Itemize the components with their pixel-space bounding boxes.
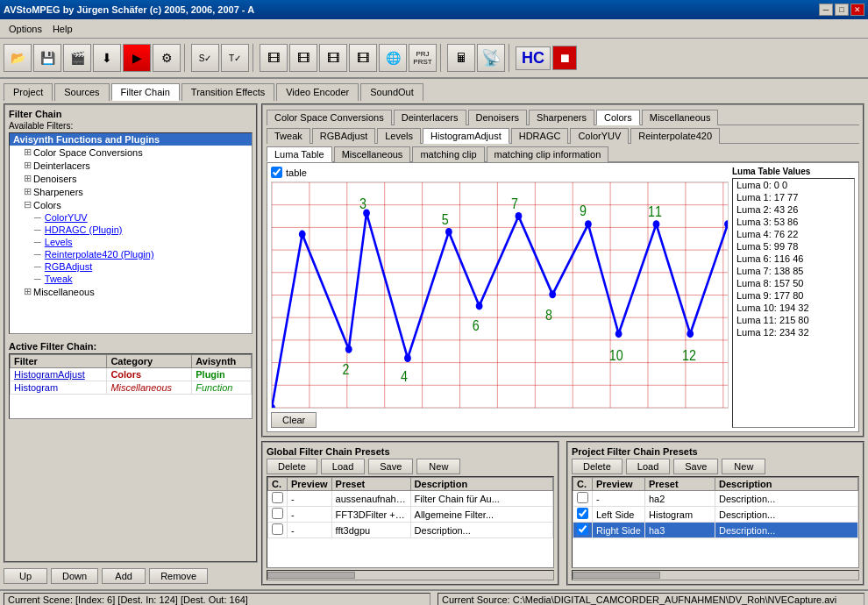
filter-tab-deinterlacers[interactable]: Deinterlacers xyxy=(394,110,466,125)
up-button[interactable]: Up xyxy=(4,568,47,584)
toolbar-btn-preset[interactable]: PRJPRST xyxy=(409,44,437,72)
toolbar-btn-6[interactable]: ⚙ xyxy=(153,44,181,72)
toolbar-btn-hc[interactable]: HC xyxy=(516,46,551,70)
luma-tab-misc[interactable]: Miscellaneous xyxy=(334,146,411,162)
global-load-button[interactable]: Load xyxy=(321,459,365,474)
project-cb-2[interactable] xyxy=(577,508,588,519)
toolbar-btn-film3[interactable]: 🎞 xyxy=(319,44,347,72)
global-hscroll-thumb[interactable] xyxy=(267,572,355,579)
global-new-button[interactable]: New xyxy=(416,459,460,474)
tree-levels[interactable]: ─ Levels xyxy=(10,236,252,248)
luma-val-9[interactable]: Luma 9: 177 80 xyxy=(733,289,854,302)
sub-tab-hdragc[interactable]: HDRAGC xyxy=(511,128,569,144)
tree-link-label[interactable]: RGBAdjust xyxy=(45,261,92,272)
tree-link-label[interactable]: Levels xyxy=(45,237,73,247)
project-save-button[interactable]: Save xyxy=(673,459,718,474)
tree-deinterlacers[interactable]: ⊞ Deinterlacers xyxy=(10,159,252,172)
tree-rgbadjust[interactable]: ─ RGBAdjust xyxy=(10,260,252,273)
filter-tab-misc[interactable]: Miscellaneous xyxy=(642,110,719,125)
project-row-2[interactable]: Left Side Histogram Description... xyxy=(573,507,858,523)
tree-coloryuv[interactable]: ─ ColorYUV xyxy=(10,211,252,224)
luma-values-list[interactable]: Luma 0: 0 0 Luma 1: 17 77 Luma 2: 43 26 … xyxy=(732,178,855,428)
menu-options[interactable]: Options xyxy=(4,22,47,36)
luma-val-1[interactable]: Luma 1: 17 77 xyxy=(733,191,854,203)
close-button[interactable]: ✕ xyxy=(850,4,864,16)
chart-area[interactable]: 2 3 4 5 6 7 8 9 10 11 12 xyxy=(271,182,729,409)
luma-val-12[interactable]: Luma 12: 234 32 xyxy=(733,326,854,338)
remove-button[interactable]: Remove xyxy=(149,568,208,584)
filter-tab-sharpeners[interactable]: Sharpeners xyxy=(529,110,594,125)
project-hscroll-thumb[interactable] xyxy=(573,572,660,579)
project-load-button[interactable]: Load xyxy=(626,459,670,474)
tree-link-label[interactable]: ColorYUV xyxy=(45,212,88,223)
menu-help[interactable]: Help xyxy=(47,22,78,36)
filter-tab-denoisers[interactable]: Denoisers xyxy=(468,110,528,125)
tree-link-label[interactable]: HDRAGC (Plugin) xyxy=(45,224,123,235)
tab-transition[interactable]: Transition Effects xyxy=(181,83,274,101)
project-row-1[interactable]: - ha2 Description... xyxy=(573,491,858,507)
global-delete-button[interactable]: Delete xyxy=(267,459,317,474)
tree-colors[interactable]: ⊟ Colors xyxy=(10,198,252,211)
global-row-3[interactable]: - fft3dgpu Description... xyxy=(268,523,553,538)
tree-link-label[interactable]: Tweak xyxy=(45,274,73,284)
chain-row-1[interactable]: HistogramAdjust Colors Plugin xyxy=(11,368,252,381)
tree-hdragc[interactable]: ─ HDRAGC (Plugin) xyxy=(10,224,252,236)
tree-sharpeners[interactable]: ⊞ Sharpeners xyxy=(10,185,252,198)
tab-filter-chain[interactable]: Filter Chain xyxy=(111,83,180,101)
toolbar-btn-4[interactable]: ⬇ xyxy=(93,44,121,72)
down-button[interactable]: Down xyxy=(51,568,98,584)
tab-sound[interactable]: SoundOut xyxy=(360,83,423,101)
toolbar-btn-1[interactable]: 📂 xyxy=(4,44,32,72)
global-cb-1[interactable] xyxy=(272,492,283,503)
toolbar-btn-film1[interactable]: 🎞 xyxy=(260,44,288,72)
sub-tab-reinterpolate[interactable]: Reinterpolate420 xyxy=(630,128,720,144)
tab-project[interactable]: Project xyxy=(4,83,53,101)
sub-tab-rgbadjust[interactable]: RGBAdjust xyxy=(312,128,375,144)
maximize-button[interactable]: □ xyxy=(835,4,849,16)
project-new-button[interactable]: New xyxy=(722,459,765,474)
tree-miscellaneous[interactable]: ⊞ Miscellaneous xyxy=(10,285,252,298)
sub-tab-tweak[interactable]: Tweak xyxy=(267,128,310,144)
luma-val-8[interactable]: Luma 8: 157 50 xyxy=(733,277,854,289)
global-row-1[interactable]: - aussenaufnahmen Filter Chain für Au... xyxy=(268,491,553,507)
toolbar-btn-tv[interactable]: T✓ xyxy=(221,44,249,72)
toolbar-btn-globe[interactable]: 🌐 xyxy=(379,44,407,72)
sub-tab-coloryuv[interactable]: ColorYUV xyxy=(570,128,629,144)
luma-val-5[interactable]: Luma 5: 99 78 xyxy=(733,240,854,253)
luma-val-0[interactable]: Luma 0: 0 0 xyxy=(733,179,854,191)
project-delete-button[interactable]: Delete xyxy=(572,459,623,474)
toolbar-btn-stop[interactable]: ⏹ xyxy=(552,46,577,70)
luma-val-7[interactable]: Luma 7: 138 85 xyxy=(733,265,854,277)
luma-val-10[interactable]: Luma 10: 194 32 xyxy=(733,302,854,314)
luma-tab-table[interactable]: Luma Table xyxy=(267,146,332,162)
luma-val-2[interactable]: Luma 2: 43 26 xyxy=(733,203,854,216)
global-save-button[interactable]: Save xyxy=(368,459,413,474)
sub-tab-histogramadjust[interactable]: HistogramAdjust xyxy=(423,128,509,144)
sub-tab-levels[interactable]: Levels xyxy=(377,128,421,144)
toolbar-btn-2[interactable]: 💾 xyxy=(33,44,61,72)
global-hscroll[interactable] xyxy=(267,570,554,580)
luma-val-11[interactable]: Luma 11: 215 80 xyxy=(733,314,854,326)
luma-tab-matching[interactable]: matching clip xyxy=(412,146,484,162)
tree-denoisers[interactable]: ⊞ Denoisers xyxy=(10,172,252,185)
minimize-button[interactable]: ─ xyxy=(819,4,833,16)
toolbar-btn-film2[interactable]: 🎞 xyxy=(289,44,317,72)
clear-button[interactable]: Clear xyxy=(271,412,317,428)
tree-color-space[interactable]: ⊞ Color Space Conversions xyxy=(10,146,252,159)
toolbar-btn-calc[interactable]: 🖩 xyxy=(447,44,475,72)
tree-link-label[interactable]: Reinterpolate420 (Plugin) xyxy=(45,249,154,260)
project-cb-3[interactable] xyxy=(577,523,588,535)
tree-root[interactable]: Avisynth Functions and Plugins xyxy=(10,133,252,146)
add-button[interactable]: Add xyxy=(102,568,146,584)
global-row-2[interactable]: - FFT3DFilter + AVS... Allgemeine Filter… xyxy=(268,507,553,523)
filter-tab-colors[interactable]: Colors xyxy=(596,110,640,125)
project-cb-1[interactable] xyxy=(577,492,588,503)
project-row-3[interactable]: Right Side ha3 Description... xyxy=(573,523,858,538)
tree-reinterpolate[interactable]: ─ Reinterpolate420 (Plugin) xyxy=(10,248,252,260)
luma-val-4[interactable]: Luma 4: 76 22 xyxy=(733,228,854,240)
toolbar-btn-5[interactable]: ▶ xyxy=(123,44,151,72)
table-checkbox[interactable] xyxy=(271,167,282,178)
tab-video-encoder[interactable]: Video Encoder xyxy=(276,83,359,101)
luma-tab-matching-info[interactable]: matching clip information xyxy=(487,146,609,162)
tree-tweak[interactable]: ─ Tweak xyxy=(10,273,252,285)
